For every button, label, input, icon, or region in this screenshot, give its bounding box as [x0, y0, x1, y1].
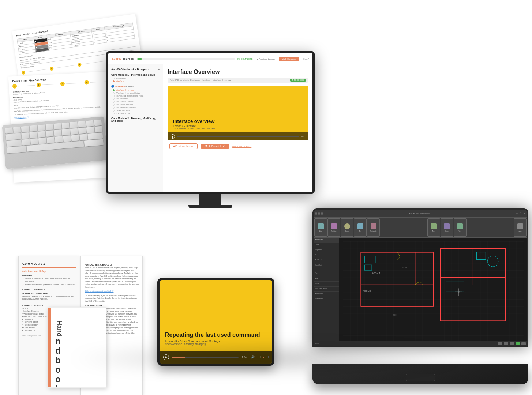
ribbon-group-arc: Arc	[354, 218, 367, 237]
help-text: Help?	[303, 58, 309, 60]
panel-item-layout[interactable]: Layout	[314, 282, 339, 287]
module-2: Core Module 2 - Drawing, Modifying, and …	[108, 116, 163, 124]
ribbon-icon-move	[431, 223, 437, 229]
in-progress-badge: IN PROGRESS	[290, 79, 306, 82]
footer-mark-button[interactable]: Mark Complete ✓	[201, 144, 229, 149]
svg-text:ROOM 1: ROOM 1	[372, 272, 380, 274]
lesson-annotate-ribbon[interactable]: The Annotate Ribbon	[111, 106, 160, 109]
lesson-circle-other	[113, 110, 115, 112]
video-controls: ▶ 0:00	[168, 132, 308, 140]
lesson-insert-ribbon[interactable]: The Insert Ribbon	[111, 103, 160, 106]
laptop-trackpad[interactable]	[406, 374, 435, 381]
course-sidebar: AutoCAD for Interior Designers ▶ Core Mo…	[108, 64, 163, 192]
svg-text:ROOM 3: ROOM 3	[363, 290, 371, 292]
panel-item-blocks[interactable]: Blocks	[314, 253, 339, 258]
video-container[interactable]: Interface overview Lesson 2 - Interface …	[168, 86, 308, 140]
footer-prev-button[interactable]: ◀ Previous Lesson	[169, 143, 198, 149]
panel-item-view[interactable]: View	[314, 276, 339, 282]
module-1: Core Module 1 - Interface and Setup Inst…	[108, 72, 163, 84]
module-1-title: Core Module 1 - Interface and Setup	[111, 74, 160, 76]
back-to-lesson-link[interactable]: BACK TO LESSON	[232, 145, 251, 147]
prev-lesson-button[interactable]: ◀ Previous Lesson	[256, 57, 275, 60]
panel-item-annotations[interactable]: Annotations	[314, 292, 339, 297]
ribbon-group-copy: Copy	[441, 218, 453, 237]
ribbon-icon-polyline	[331, 223, 337, 229]
monitor-base	[188, 205, 232, 208]
course-body: AutoCAD for Interior Designers ▶ Core Mo…	[108, 64, 312, 192]
lesson-aimamu[interactable]: The Aimamu	[111, 97, 160, 100]
lesson-interface-overview[interactable]: Interface Overview	[111, 89, 160, 91]
lesson-circle-home	[113, 101, 115, 103]
status-grid[interactable]	[504, 342, 508, 345]
ribbon-icon-layers	[517, 223, 523, 229]
window-minimize[interactable]: −	[516, 212, 518, 215]
lesson-installation[interactable]: Installation	[111, 77, 160, 80]
panel-item-floor-plan[interactable]: Floor Plan Cabinet	[314, 287, 339, 292]
ribbon-icon-circle	[344, 223, 350, 229]
status-osnap[interactable]	[521, 342, 526, 345]
ribbon-group-layers: Layers	[514, 218, 527, 237]
lesson-home-ribbon[interactable]: The Home Ribbon	[111, 100, 160, 103]
ribbon-group-polyline: Polyline	[327, 218, 340, 237]
lesson-interface[interactable]: Interface	[111, 80, 160, 83]
lesson-windows-setup[interactable]: Windows Interface Setup	[111, 91, 160, 94]
lesson-other-ribbons[interactable]: Other Ribbons	[111, 109, 160, 112]
lesson-circle-interface	[113, 80, 115, 82]
autocad-main: Model Space Layers Properties Blocks Too…	[314, 238, 527, 341]
window-close[interactable]: ✕	[524, 212, 526, 215]
ribbon-icon-trim	[457, 223, 463, 229]
ribbon-group-draw: Line	[314, 218, 327, 237]
panel-item-file[interactable]: File	[314, 271, 339, 276]
video-progress-bar	[177, 136, 299, 137]
autocad-interface: AutoCAD 2023 - [Drawing1.dwg] − □ ✕ Line…	[314, 210, 527, 346]
lesson-circle-navigate	[113, 95, 115, 97]
status-ortho[interactable]	[510, 342, 514, 345]
panel-item-layers[interactable]: Layers	[314, 243, 339, 248]
scene-shadow	[65, 344, 467, 373]
ribbon-group-modify: Move	[427, 218, 440, 237]
lesson-circle-status	[113, 113, 115, 114]
interface-label: 🔵 Interface 9 Topics	[111, 85, 160, 88]
autocad-title-bar: AutoCAD 2023 - [Drawing1.dwg]	[409, 212, 430, 214]
lesson-circle-overview	[113, 89, 115, 91]
status-polar[interactable]	[516, 342, 520, 345]
autocad-left-panel: Model Space Layers Properties Blocks Too…	[314, 238, 339, 341]
breadcrumb: AutoCAD for Interior Designers - Interfa…	[168, 78, 308, 83]
course-sidebar-title: AutoCAD for Interior Designers	[111, 68, 149, 71]
interface-group: 🔵 Interface 9 Topics Interface Overview …	[108, 84, 163, 116]
mark-complete-button[interactable]: Mark Complete	[279, 57, 300, 61]
video-time: 0:00	[301, 135, 305, 138]
status-snap[interactable]	[498, 342, 502, 345]
autocad-canvas[interactable]: ROOM 1 ROOM 2 ROOM 3 5000	[339, 238, 527, 341]
progress-bar: 0% COMPLETE	[137, 58, 252, 60]
toolbar-icon-3	[321, 212, 323, 215]
svg-text:5000: 5000	[393, 314, 397, 316]
lesson-navigating[interactable]: Navigating the Drawing Area	[111, 94, 160, 97]
panel-item-external[interactable]: External Ref	[314, 297, 339, 302]
autocad-ribbon: Line Polyline Circle Arc	[314, 218, 527, 238]
ribbon-group-trim: Trim	[454, 218, 467, 237]
play-button[interactable]: ▶	[171, 134, 175, 139]
sidebar-collapse-icon[interactable]: ▶	[158, 68, 160, 71]
tablet-video-info: Repeating the last used command Lesson 3…	[165, 331, 267, 345]
panel-item-properties[interactable]: Properties	[314, 248, 339, 253]
tablet-video-title: Repeating the last used command	[165, 331, 267, 338]
panel-item-sheet-set[interactable]: Sheet Set	[314, 263, 339, 268]
lesson-status-bar[interactable]: The Status Bar	[111, 112, 160, 115]
handbook-title: Hand	[55, 320, 63, 337]
keyboard	[2, 116, 108, 169]
panel-item-tool-palettes[interactable]: Tool Palettes	[314, 258, 339, 263]
video-module: Core Module 1 - Introduction and Overvie…	[173, 127, 303, 129]
lesson-circle-installation	[113, 78, 115, 79]
monitor-screen: audrey courses 0% COMPLETE ◀ Previous Le…	[106, 51, 315, 194]
module-2-title: Core Module 2 - Drawing, Modifying, and …	[111, 117, 160, 122]
window-maximize[interactable]: □	[520, 212, 521, 215]
course-footer: ◀ Previous Lesson Mark Complete ✓ BACK T…	[168, 143, 308, 149]
course-site: audrey courses 0% COMPLETE ◀ Previous Le…	[108, 53, 312, 192]
course-content: Interface Overview AutoCAD for Interior …	[163, 64, 312, 192]
lesson-circle-insert	[113, 104, 115, 106]
handbook: Hand n d b o o k AutoCAD	[48, 307, 106, 388]
ribbon-group-circle: Circle	[341, 218, 353, 237]
panel-item-model[interactable]: Model Space	[314, 238, 339, 243]
booklet-module-title: Core Module 1	[22, 262, 76, 268]
